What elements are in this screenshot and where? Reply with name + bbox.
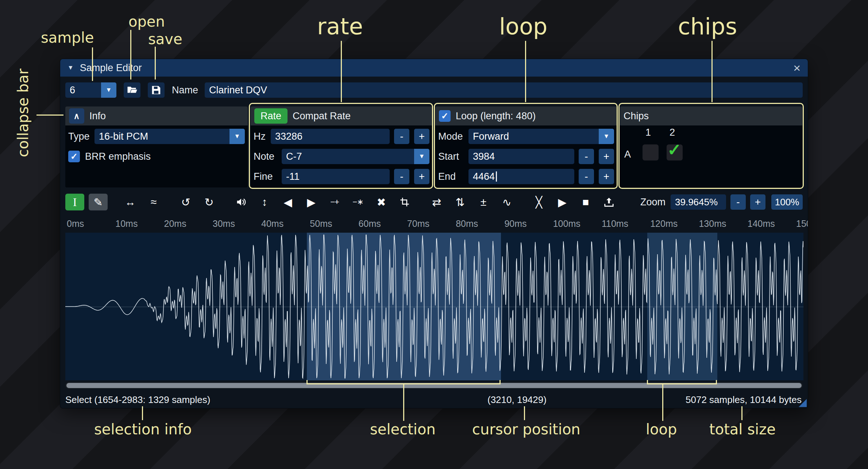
resize-button[interactable]: ↔ bbox=[121, 194, 140, 210]
dropdown-arrow-icon[interactable]: ▼ bbox=[229, 129, 245, 144]
annotation-outline-rate bbox=[249, 103, 433, 189]
resize-grip[interactable] bbox=[799, 399, 807, 407]
sample-number-value: 6 bbox=[65, 82, 101, 98]
delete-button[interactable]: ✖ bbox=[372, 194, 391, 210]
window-title: Sample Editor bbox=[80, 62, 142, 74]
annotation-line bbox=[524, 406, 525, 420]
annotation-line bbox=[403, 384, 404, 421]
close-icon[interactable]: × bbox=[793, 62, 801, 74]
annotation-loop: loop bbox=[499, 13, 547, 40]
resample-button[interactable]: ≈ bbox=[144, 194, 163, 210]
collapse-info-button[interactable]: ∧ bbox=[69, 108, 84, 124]
annotation-line bbox=[130, 30, 131, 80]
ruler-label: 50ms bbox=[310, 218, 332, 229]
undo-button[interactable]: ↺ bbox=[176, 194, 195, 210]
brr-emphasis-label: BRR emphasis bbox=[85, 151, 151, 162]
window-collapse-icon[interactable]: ▼ bbox=[67, 64, 74, 71]
save-sample-button[interactable] bbox=[148, 82, 165, 98]
annotation-rate: rate bbox=[317, 13, 363, 40]
preview-button[interactable]: ▶ bbox=[553, 194, 572, 210]
speaker-icon bbox=[236, 197, 247, 208]
annotation-loop-marker: loop bbox=[646, 421, 677, 438]
ruler-label: 110ms bbox=[602, 218, 628, 229]
fade-out-button[interactable]: ▶ bbox=[302, 194, 321, 210]
annotation-line bbox=[36, 115, 63, 116]
annotation-open: open bbox=[128, 13, 165, 30]
annotation-cursor-position: cursor position bbox=[472, 421, 580, 438]
zoom-controls: Zoom 39.9645% - + 100% bbox=[640, 194, 803, 210]
annotation-chips: chips bbox=[678, 13, 737, 40]
annotation-bracket-loop bbox=[647, 380, 717, 384]
waveform-trace bbox=[65, 235, 803, 378]
annotation-line bbox=[341, 41, 342, 102]
annotation-save: save bbox=[148, 31, 182, 47]
zoom-in-button[interactable]: + bbox=[750, 194, 765, 210]
sample-name-input[interactable]: Clarinet DQV bbox=[205, 82, 803, 98]
import-button[interactable] bbox=[599, 194, 618, 210]
annotation-selection: selection bbox=[370, 421, 436, 438]
invert-button[interactable]: ⇅ bbox=[451, 194, 470, 210]
brr-emphasis-checkbox[interactable]: ✓ bbox=[68, 151, 80, 162]
sample-header-row: 6 ▼ Name Clarinet DQV bbox=[65, 82, 803, 98]
ruler-label: 20ms bbox=[164, 218, 186, 229]
upload-icon bbox=[603, 197, 614, 208]
annotation-line bbox=[92, 47, 93, 81]
annotation-collapse-bar: collapse bar bbox=[15, 69, 31, 157]
annotation-outline-loop bbox=[434, 103, 618, 189]
titlebar[interactable]: ▼ Sample Editor × bbox=[60, 59, 808, 77]
ruler-label: 130ms bbox=[699, 218, 726, 229]
zoom-out-button[interactable]: - bbox=[730, 194, 746, 210]
ruler-label: 10ms bbox=[115, 218, 138, 229]
amplify-button[interactable] bbox=[232, 194, 251, 210]
zoom-input[interactable]: 39.9645% bbox=[671, 194, 726, 210]
ruler-label: 90ms bbox=[504, 218, 526, 229]
redo-button[interactable]: ↻ bbox=[200, 194, 219, 210]
signedness-button[interactable]: ± bbox=[474, 194, 493, 210]
ruler-label: 80ms bbox=[456, 218, 478, 229]
select-tool-button[interactable]: I bbox=[65, 194, 84, 210]
ruler-label: 60ms bbox=[359, 218, 381, 229]
selection-info-text: Select (1654-2983: 1329 samples) bbox=[65, 394, 210, 406]
annotation-outline-chips bbox=[618, 103, 804, 189]
info-panel-title: Info bbox=[89, 111, 106, 122]
dropdown-arrow-icon[interactable]: ▼ bbox=[101, 82, 116, 98]
ruler-label: 100ms bbox=[553, 218, 580, 229]
name-label: Name bbox=[172, 85, 198, 96]
draw-tool-button[interactable]: ✎ bbox=[89, 194, 108, 210]
annotation-line bbox=[142, 406, 143, 420]
waveform-display[interactable] bbox=[65, 233, 803, 380]
annotation-total-size: total size bbox=[709, 421, 776, 438]
annotation-sample: sample bbox=[41, 29, 94, 46]
status-bar: Select (1654-2983: 1329 samples) (3210, … bbox=[65, 394, 803, 407]
ruler-label: 150ms bbox=[796, 218, 808, 229]
zoom-reset-button[interactable]: 100% bbox=[771, 194, 803, 210]
open-sample-button[interactable] bbox=[124, 82, 140, 98]
crop-icon bbox=[400, 197, 410, 207]
ruler-label: 120ms bbox=[650, 218, 678, 229]
normalize-button[interactable]: ↕ bbox=[255, 194, 274, 210]
total-size-text: 5072 samples, 10144 bytes bbox=[686, 394, 802, 406]
annotation-bracket-selection bbox=[306, 380, 501, 384]
zoom-label: Zoom bbox=[640, 197, 666, 208]
type-select[interactable]: 16-bit PCM ▼ bbox=[94, 129, 245, 144]
sample-toolbar: I ✎ ↔ ≈ ↺ ↻ ↕ ◀ ▶ −+ −∗ ✖ ⇄ ⇅ ± ∿ ╳ ▶ ■ … bbox=[65, 193, 803, 211]
ruler-label: 30ms bbox=[213, 218, 235, 229]
apply-silence-button[interactable]: −∗ bbox=[348, 194, 367, 210]
timeline-ruler: 0ms10ms20ms30ms40ms50ms60ms70ms80ms90ms1… bbox=[65, 216, 808, 231]
trim-button[interactable] bbox=[395, 194, 414, 210]
cursor-position-text: (3210, 19429) bbox=[487, 394, 547, 406]
reverse-button[interactable]: ⇄ bbox=[427, 194, 446, 210]
ruler-label: 0ms bbox=[67, 218, 84, 229]
insert-silence-button[interactable]: −+ bbox=[325, 194, 344, 210]
crossfade-button[interactable]: ╳ bbox=[529, 194, 548, 210]
type-value: 16-bit PCM bbox=[94, 129, 229, 144]
filter-button[interactable]: ∿ bbox=[497, 194, 516, 210]
info-panel: ∧ Info Type 16-bit PCM ▼ ✓ BRR emphasis bbox=[65, 106, 248, 187]
annotation-line bbox=[155, 47, 156, 80]
annotation-selection-info: selection info bbox=[94, 421, 192, 438]
annotation-line bbox=[711, 41, 713, 102]
fade-in-button[interactable]: ◀ bbox=[278, 194, 297, 210]
stop-button[interactable]: ■ bbox=[576, 194, 595, 210]
sample-number-select[interactable]: 6 ▼ bbox=[65, 82, 116, 98]
ruler-label: 70ms bbox=[407, 218, 429, 229]
